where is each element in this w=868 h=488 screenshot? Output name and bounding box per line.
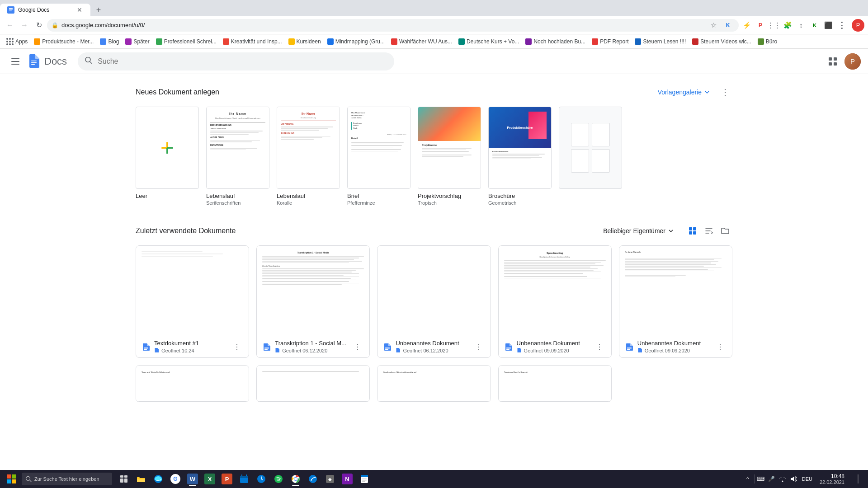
doc-menu-btn-3[interactable]: ⋮ — [472, 341, 485, 353]
bookmark-item-deutsche[interactable]: Deutsche Kurs + Vo... — [456, 38, 522, 46]
start-btn[interactable] — [4, 471, 20, 487]
taskbar-spotify[interactable] — [270, 471, 287, 487]
bookmark-item-pdf[interactable]: PDF Report — [589, 38, 631, 46]
taskbar-edge[interactable] — [150, 471, 166, 487]
doc-card-3[interactable]: Unbenanntes Dokument Geöffnet 06.12.2020… — [377, 245, 491, 358]
docs-logo-icon — [27, 52, 41, 70]
menu-hamburger-btn[interactable] — [7, 53, 24, 70]
taskbar-chrome[interactable] — [288, 471, 304, 487]
doc-card-1[interactable]: Textdokument #1 Geöffnet 10:24 ⋮ — [136, 245, 249, 358]
language-indicator[interactable]: DEU — [802, 476, 812, 482]
screenshot-icon[interactable]: ⬛ — [822, 19, 835, 32]
doc-info-2: Transkription 1 - Social M... Geöffnet 0… — [257, 336, 369, 357]
doc-card-9[interactable]: Finanimus Buch (+ Sparen) — [498, 365, 612, 402]
user-avatar[interactable]: P — [844, 53, 861, 70]
microphone-icon[interactable]: 🎤 — [767, 474, 776, 483]
template-card-blank[interactable]: + Leer — [136, 107, 199, 206]
doc-details-1: Textdokument #1 Geöffnet 10:24 — [154, 340, 227, 354]
bookmark-item-wahlfaecher[interactable]: Wahlfächer WU Aus... — [388, 38, 455, 46]
doc-title-5: Unbenanntes Dokument — [637, 340, 710, 347]
bookmark-item-blog[interactable]: Blog — [97, 38, 122, 46]
bookmark-item-hochladen[interactable]: Noch hochladen Bu... — [523, 38, 588, 46]
svg-point-55 — [309, 475, 317, 483]
keyboard-icon[interactable]: ⌨ — [756, 474, 765, 483]
taskbar-powerpoint[interactable]: P — [219, 471, 235, 487]
taskbar-notepad[interactable] — [356, 471, 373, 487]
kaspersky-icon[interactable]: K — [808, 19, 821, 32]
search-input[interactable] — [78, 52, 394, 70]
grids-icon[interactable]: ⋮⋮ — [768, 19, 780, 32]
taskbar-clock[interactable]: 10:48 22.02.2021 — [816, 473, 848, 485]
bookmark-item-spaeter[interactable]: Später — [123, 38, 152, 46]
template-card-more[interactable]: - — [559, 107, 622, 206]
user-avatar-btn[interactable]: P — [852, 19, 864, 32]
folder-view-btn[interactable] — [718, 224, 732, 238]
taskbar-word[interactable]: W — [184, 471, 201, 487]
address-input[interactable] — [47, 19, 739, 32]
doc-card-7[interactable] — [256, 365, 370, 402]
gallery-btn[interactable]: Vorlagengalerie — [654, 87, 714, 98]
show-desktop-btn[interactable] — [852, 471, 864, 487]
kaios-icon[interactable]: K — [722, 19, 734, 32]
new-tab-btn[interactable]: + — [92, 4, 105, 16]
taskbar-excel[interactable]: X — [202, 471, 218, 487]
template-card-brochure[interactable]: Produktbrochüre Produktbeschreibt Bro — [488, 107, 552, 206]
forward-btn[interactable]: → — [18, 19, 31, 32]
app-logo[interactable]: Docs — [27, 52, 67, 70]
taskbar-onenote[interactable]: N — [339, 471, 355, 487]
more-tools-icon[interactable]: ⋮ — [835, 19, 848, 32]
template-card-project[interactable]: Projektname Projektvorschlag Tropisch — [418, 107, 481, 206]
template-card-resume-coral[interactable]: Ihr Name Berufsbezeichnung ERFAHRUNG AUS… — [277, 107, 340, 206]
svg-rect-25 — [385, 347, 390, 347]
template-card-resume-serif[interactable]: Ihr Name Berufsbezeichnung • Stadt, Land… — [206, 107, 269, 206]
taskbar-search-btn[interactable]: Zur Suche Text hier eingeben — [22, 473, 112, 485]
reload-btn[interactable]: ↻ — [33, 19, 45, 32]
template-card-letter[interactable]: Max MustermannMusterstraße 112345 Berlin… — [347, 107, 410, 206]
back-btn[interactable]: ← — [4, 19, 16, 32]
bookmark-item-produktsuche[interactable]: Produktsuche - Mer... — [31, 38, 96, 46]
volume-icon[interactable] — [789, 474, 798, 483]
doc-menu-btn-1[interactable]: ⋮ — [231, 341, 243, 353]
extensions-icon[interactable]: ⚡ — [741, 19, 753, 32]
taskbar-calendar[interactable] — [236, 471, 252, 487]
taskbar-gsuite[interactable]: G — [167, 471, 184, 487]
bookmark-item-kursideen[interactable]: Kursideen — [286, 38, 324, 46]
doc-menu-btn-5[interactable]: ⋮ — [714, 341, 726, 353]
taskbar-clock-app[interactable] — [253, 471, 269, 487]
bookmark-item-buero[interactable]: Büro — [755, 38, 780, 46]
sync-icon[interactable]: ↕ — [795, 19, 807, 32]
bookmark-item-professionell[interactable]: Professionell Schrei... — [153, 38, 219, 46]
doc-card-5[interactable]: Du lieber Mensch — [619, 245, 732, 358]
bookmark-apps[interactable]: Apps — [4, 37, 30, 46]
doc-card-6[interactable]: Tipps und Tricks für Schüler und — [136, 365, 249, 402]
bookmarks-bar: Apps Produktsuche - Mer... Blog Später P… — [0, 34, 868, 49]
bookmark-item-kreativitaet[interactable]: Kreativität und Insp... — [220, 38, 285, 46]
tab-close-btn[interactable]: ✕ — [76, 6, 83, 14]
doc-menu-btn-2[interactable]: ⋮ — [351, 341, 364, 353]
taskbar-app-unknown[interactable]: ◆ — [322, 471, 338, 487]
taskbar: Zur Suche Text hier eingeben G W X P — [0, 470, 868, 488]
doc-details-2: Transkription 1 - Social M... Geöffnet 0… — [275, 340, 348, 354]
active-tab[interactable]: Google Docs ✕ — [0, 4, 90, 16]
profile-icon[interactable]: P — [754, 19, 767, 32]
bookmark-item-steuern[interactable]: Steuern Lesen !!!! — [632, 38, 689, 46]
templates-more-btn[interactable]: ⋮ — [718, 85, 732, 99]
owner-dropdown-btn[interactable]: Beliebiger Eigentümer — [598, 225, 680, 237]
bookmark-item-mindmapping[interactable]: Mindmapping (Gru... — [325, 38, 387, 46]
bookmark-star-icon[interactable]: ☆ — [707, 19, 720, 32]
doc-card-2[interactable]: Transkription 1 - Social Media Zweite Tr… — [256, 245, 370, 358]
taskbar-explorer[interactable] — [133, 471, 149, 487]
doc-card-4[interactable]: Speedreading Das Wertvolle Lesen für dei… — [498, 245, 612, 358]
svg-rect-4 — [11, 58, 19, 59]
taskbar-edge2[interactable] — [305, 471, 321, 487]
extensions2-icon[interactable]: 🧩 — [781, 19, 794, 32]
network-icon[interactable] — [778, 474, 787, 483]
doc-card-8[interactable]: Hundewelpen - Wie sie sich positiv auf — [377, 365, 491, 402]
doc-menu-btn-4[interactable]: ⋮ — [593, 341, 606, 353]
bookmark-item-steuern-videos[interactable]: Steuern Videos wic... — [689, 38, 754, 46]
grid-view-btn[interactable] — [685, 224, 700, 238]
grid-apps-btn[interactable] — [825, 53, 841, 70]
sort-view-btn[interactable] — [702, 224, 716, 238]
taskbar-task-view[interactable] — [116, 471, 132, 487]
show-hidden-icon[interactable]: ^ — [743, 474, 752, 483]
